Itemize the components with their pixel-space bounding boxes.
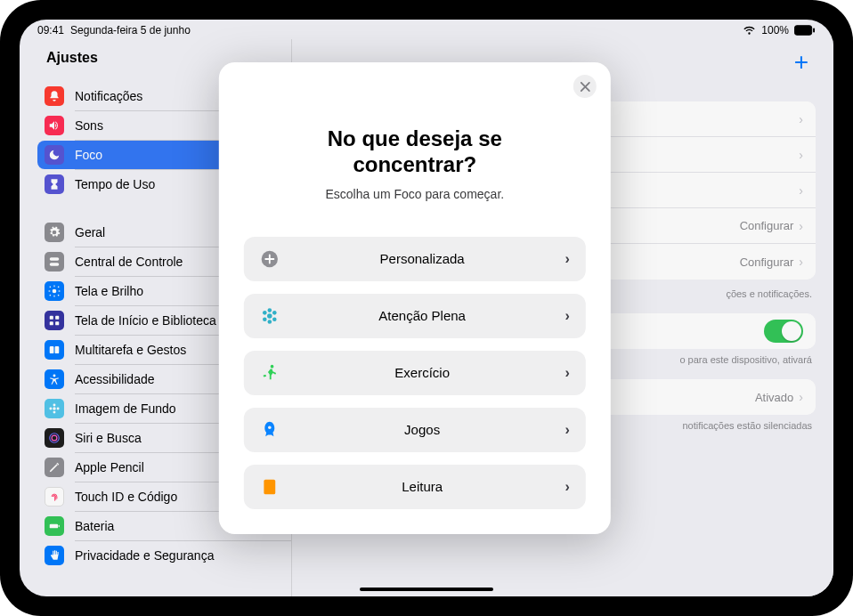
svg-point-31 xyxy=(268,308,272,312)
screen: 09:41 Segunda-feira 5 de junho 100% Ajus… xyxy=(20,20,833,596)
svg-rect-18 xyxy=(55,346,60,353)
ipad-frame: 09:41 Segunda-feira 5 de junho 100% Ajus… xyxy=(0,0,853,616)
battery-icon xyxy=(794,25,816,36)
focus-option-label: Leitura xyxy=(280,479,565,494)
status-date: Segunda-feira 5 de junho xyxy=(70,24,191,36)
focus-option-label: Exercício xyxy=(280,365,565,380)
fingerprint-icon xyxy=(45,487,64,507)
plus-circle-icon xyxy=(260,249,280,269)
svg-point-36 xyxy=(263,311,267,315)
focus-option-fitness[interactable]: Exercício › xyxy=(244,351,586,395)
chevron-right-icon: › xyxy=(565,422,569,438)
chevron-right-icon: › xyxy=(565,251,569,267)
sidebar-item-label: Bateria xyxy=(75,519,114,533)
svg-rect-2 xyxy=(50,257,60,261)
hourglass-icon xyxy=(45,174,64,194)
pencil-icon xyxy=(45,458,64,477)
status-battery-pct: 100% xyxy=(761,24,789,36)
focus-picker-modal: No que deseja se concentrar? Escolha um … xyxy=(219,62,611,534)
svg-point-25 xyxy=(50,434,60,443)
svg-rect-3 xyxy=(50,263,60,266)
sidebar-item-label: Touch ID e Código xyxy=(75,490,177,504)
grid-icon xyxy=(45,311,64,330)
svg-point-24 xyxy=(57,408,60,410)
svg-point-4 xyxy=(53,289,57,294)
book-icon xyxy=(260,477,280,497)
focus-option-label: Atenção Plena xyxy=(280,308,565,323)
gear-icon xyxy=(45,223,64,242)
svg-rect-13 xyxy=(50,316,53,320)
moon-icon xyxy=(45,145,64,165)
running-icon xyxy=(260,363,280,383)
focus-option-custom[interactable]: Personalizada › xyxy=(244,237,586,281)
svg-point-26 xyxy=(52,435,57,441)
svg-rect-38 xyxy=(264,479,275,494)
svg-line-9 xyxy=(50,287,51,288)
sidebar-item-label: Notificações xyxy=(75,89,142,103)
sidebar-item-label: Multitarefa e Gestos xyxy=(75,343,186,357)
modal-subtitle: Escolha um Foco para começar. xyxy=(244,187,586,201)
home-indicator[interactable] xyxy=(360,588,493,591)
svg-point-30 xyxy=(267,313,272,319)
focus-option-gaming[interactable]: Jogos › xyxy=(244,408,586,452)
sidebar-item-label: Geral xyxy=(75,225,105,239)
switches-icon xyxy=(45,252,64,272)
bell-icon xyxy=(45,86,64,106)
siri-icon xyxy=(45,428,64,448)
sidebar-item-privacy[interactable]: Privacidade e Segurança xyxy=(20,541,291,570)
status-time: 09:41 xyxy=(37,24,64,36)
focus-option-mindfulness[interactable]: Atenção Plena › xyxy=(244,294,586,338)
sidebar-item-label: Imagem de Fundo xyxy=(75,401,176,416)
svg-rect-1 xyxy=(813,28,815,33)
svg-rect-28 xyxy=(59,525,60,527)
flower-icon xyxy=(45,399,64,418)
mindfulness-icon xyxy=(260,306,280,326)
sidebar-item-label: Tela de Início e Biblioteca xyxy=(75,313,216,328)
svg-rect-0 xyxy=(794,26,811,36)
svg-rect-15 xyxy=(50,321,53,325)
svg-line-12 xyxy=(50,295,51,296)
wifi-icon xyxy=(743,26,756,36)
svg-rect-14 xyxy=(55,316,59,320)
rectangles-icon xyxy=(45,340,64,360)
svg-rect-17 xyxy=(50,346,54,353)
sidebar-item-label: Sons xyxy=(75,118,103,133)
rocket-icon xyxy=(260,420,280,440)
status-bar: 09:41 Segunda-feira 5 de junho 100% xyxy=(20,20,833,39)
sidebar-item-label: Siri e Busca xyxy=(75,431,142,445)
focus-option-label: Personalizada xyxy=(280,251,565,266)
accessibility-icon xyxy=(45,369,64,389)
modal-title: No que deseja se concentrar? xyxy=(265,126,565,178)
sidebar-item-label: Privacidade e Segurança xyxy=(75,548,214,563)
svg-point-21 xyxy=(53,403,56,406)
toggle-switch[interactable] xyxy=(764,320,803,343)
svg-point-20 xyxy=(53,407,56,410)
chevron-right-icon: › xyxy=(565,308,569,324)
close-button[interactable] xyxy=(573,75,597,98)
svg-rect-16 xyxy=(55,321,59,325)
svg-rect-27 xyxy=(50,524,58,529)
chevron-right-icon: › xyxy=(565,479,569,495)
add-focus-button[interactable]: + xyxy=(794,48,808,77)
sidebar-item-label: Tempo de Uso xyxy=(75,177,155,191)
sidebar-item-label: Acessibilidade xyxy=(75,372,155,386)
speaker-icon xyxy=(45,116,64,135)
svg-point-33 xyxy=(272,317,277,321)
svg-line-11 xyxy=(58,287,59,288)
sidebar-item-label: Central de Controle xyxy=(75,255,183,269)
svg-point-22 xyxy=(53,411,56,414)
sidebar-item-label: Apple Pencil xyxy=(75,460,144,474)
svg-line-10 xyxy=(58,295,59,296)
sun-icon xyxy=(45,281,64,301)
sidebar-item-label: Foco xyxy=(75,148,102,162)
chevron-right-icon: › xyxy=(565,365,569,381)
focus-option-reading[interactable]: Leitura › xyxy=(244,465,586,509)
focus-option-label: Jogos xyxy=(280,422,565,437)
svg-point-37 xyxy=(271,364,274,368)
hand-icon xyxy=(45,546,64,565)
svg-point-32 xyxy=(272,311,277,315)
battery-settings-icon xyxy=(45,516,64,536)
svg-point-35 xyxy=(263,317,267,321)
svg-point-19 xyxy=(53,374,56,377)
svg-point-23 xyxy=(49,408,52,410)
